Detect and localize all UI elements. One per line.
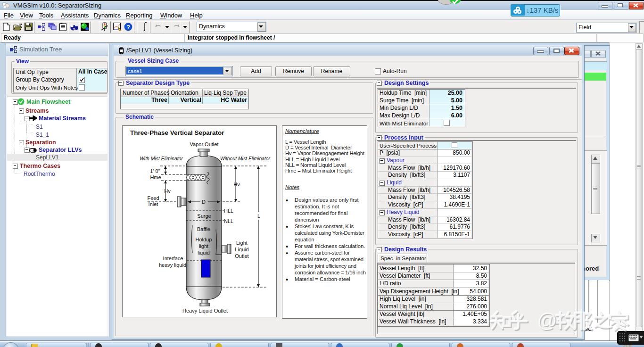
svg-text:With Mist Eliminator: With Mist Eliminator xyxy=(140,156,183,161)
svg-text:Feed: Feed xyxy=(147,195,159,201)
svg-text:L: L xyxy=(257,213,260,219)
svg-text:Surge: Surge xyxy=(197,213,211,219)
svg-text:NLL: NLL xyxy=(224,218,233,224)
svg-text:?: ? xyxy=(126,24,130,31)
svg-text:D: D xyxy=(202,199,206,205)
svg-text:heavy liquid: heavy liquid xyxy=(159,262,186,268)
svg-text:Heavy Liquid Outlet: Heavy Liquid Outlet xyxy=(182,308,228,314)
svg-text:liquid: liquid xyxy=(198,250,210,256)
svg-text:Hv: Hv xyxy=(164,188,171,194)
svg-text:1' 0": 1' 0" xyxy=(150,168,160,174)
svg-text:Holdup: Holdup xyxy=(196,237,212,242)
svg-text:@: @ xyxy=(537,309,557,331)
svg-text:Outlet: Outlet xyxy=(235,253,248,259)
svg-text:Interface: Interface xyxy=(163,256,183,261)
svg-text:Hme: Hme xyxy=(150,174,161,180)
svg-text:Vapor Outlet: Vapor Outlet xyxy=(190,141,219,147)
svg-text:Without Mist Eliminator: Without Mist Eliminator xyxy=(220,156,271,161)
svg-text:Inlet: Inlet xyxy=(149,201,158,207)
svg-text:Baffle: Baffle xyxy=(197,226,210,232)
svg-text:Light: Light xyxy=(236,240,248,246)
svg-text:Liquid: Liquid xyxy=(235,247,248,252)
svg-text:Three-Phase Vertical Separator: Three-Phase Vertical Separator xyxy=(130,129,224,136)
svg-text:light: light xyxy=(199,243,208,249)
svg-text:Hv: Hv xyxy=(233,182,240,187)
svg-text:HLL: HLL xyxy=(224,208,233,214)
